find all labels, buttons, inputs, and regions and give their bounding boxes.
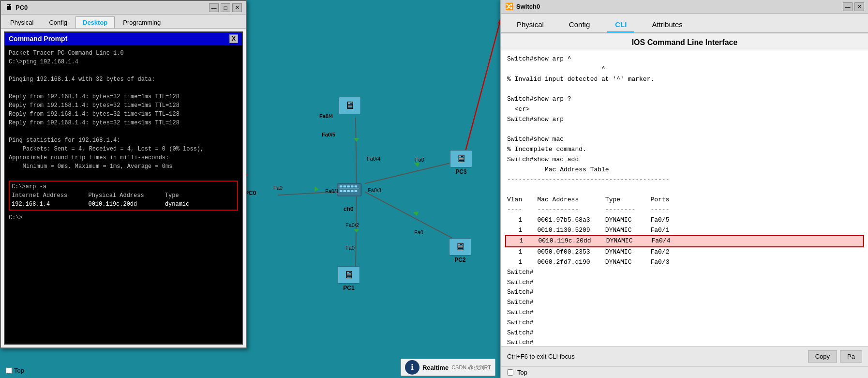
sw-tabs: Physical Config CLI Attributes	[501, 14, 868, 33]
sw-cli-line-9: Switch#show mac	[507, 135, 862, 145]
sw-cli-row5: 1 0060.2fd7.d190 DYNAMIC Fa0/3	[507, 257, 862, 268]
sw-minimize-btn[interactable]: —	[843, 2, 853, 11]
top-checkbox[interactable]: Top	[6, 367, 24, 374]
device-top-center: 🖥	[339, 97, 361, 114]
switch-icon	[337, 183, 362, 197]
pc0-maximize-btn[interactable]: □	[221, 3, 230, 12]
svg-marker-9	[354, 138, 359, 142]
svg-rect-15	[340, 185, 343, 187]
label-fa0-pc3: Fa0	[415, 157, 424, 163]
pc0-title-left: 🖥 PC0	[5, 3, 28, 12]
cmd-reply-3: Reply from 192.168.1.4: bytes=32 time<1m…	[9, 110, 238, 119]
sw-cli-body[interactable]: Switch#show arp ^ ^ % Invalid input dete…	[501, 50, 868, 346]
label-fa0-pc2: Fa0	[414, 229, 423, 235]
pc0-titlebar: 🖥 PC0 — □ ✕	[1, 1, 246, 15]
svg-rect-20	[340, 188, 359, 189]
switch-device	[337, 183, 362, 197]
label-fa0-4-right: Fa0/4	[367, 156, 380, 162]
sw-paste-btn[interactable]: Pa	[840, 350, 862, 363]
sw-title-left: 🔀 Switch0	[505, 2, 540, 11]
sw-cli-prompt8: Switch#	[507, 338, 862, 346]
sw-cli-prompt1: Switch#	[507, 268, 862, 278]
cmd-stats-title: Ping statistics for 192.168.1.4:	[9, 136, 238, 145]
cmd-prompt-end: C:\>	[9, 213, 238, 222]
sw-footer-buttons: Copy Pa	[808, 350, 862, 363]
svg-line-11	[463, 20, 500, 160]
sw-cli-prompt6: Switch#	[507, 318, 862, 328]
top-checkbox-input[interactable]	[6, 367, 12, 374]
sw-tab-physical[interactable]: Physical	[509, 17, 552, 32]
pc0-close-btn[interactable]: ✕	[232, 3, 242, 12]
cmd-title: Command Prompt	[9, 35, 67, 43]
label-ch0: ch0	[344, 206, 354, 212]
sw-cli-line-7: Switch#show arp	[507, 115, 862, 125]
cmd-arp-table: C:\>arp -a Internet Address Physical Add…	[9, 181, 238, 211]
sw-cli-row2: 1 0010.1130.5209 DYNAMIC Fa0/1	[507, 226, 862, 236]
svg-rect-24	[351, 190, 354, 192]
sw-close-btn[interactable]: ✕	[854, 2, 864, 11]
cmd-stats-rtt: Approximate round trip times in milli-se…	[9, 153, 238, 162]
pc0-tabs: Physical Config Desktop Programming	[1, 15, 246, 29]
cmd-close-btn[interactable]: X	[229, 34, 238, 43]
sw-cli-header: Vlan Mac Address Type Ports	[507, 195, 862, 205]
device-pc3: 🖥 PC3	[450, 150, 472, 175]
cmd-stats-time: Minimum = 0ms, Maximum = 1ms, Average = …	[9, 162, 238, 171]
sw-cli-line-4	[507, 84, 862, 94]
pc1-label: PC1	[343, 285, 354, 291]
sw-cli-prompt2: Switch#	[507, 278, 862, 288]
sw-content-title: IOS Command Line Interface	[501, 33, 868, 50]
sw-footer: Ctrl+F6 to exit CLI focus Copy Pa	[501, 346, 868, 366]
command-prompt-window: Command Prompt X Packet Tracer PC Comman…	[4, 31, 243, 345]
sw-footer-text: Ctrl+F6 to exit CLI focus	[507, 353, 575, 360]
svg-rect-21	[340, 190, 343, 192]
sw-device-icon: 🔀	[505, 2, 513, 11]
cmd-titlebar: Command Prompt X	[5, 32, 242, 45]
sw-tab-config[interactable]: Config	[561, 17, 598, 32]
tab-desktop[interactable]: Desktop	[75, 16, 115, 28]
sw-tab-cli[interactable]: CLI	[607, 17, 634, 32]
svg-rect-22	[344, 190, 346, 192]
pc0-minimize-btn[interactable]: —	[209, 3, 219, 12]
tab-physical[interactable]: Physical	[3, 16, 41, 28]
sw-cli-line-2: ^	[507, 64, 862, 75]
pc0-window: 🖥 PC0 — □ ✕ Physical Config Desktop Prog…	[0, 0, 247, 348]
label-fa0-pc1: Fa0	[345, 245, 355, 251]
pc0-title: PC0	[15, 4, 28, 11]
cmd-line-4: Pinging 192.168.1.4 with 32 bytes of dat…	[9, 75, 238, 84]
pc2-label: PC2	[454, 257, 465, 263]
sw-copy-btn[interactable]: Copy	[808, 350, 837, 363]
svg-rect-16	[344, 185, 346, 187]
pc3-label: PC3	[455, 168, 466, 175]
cmd-line-7	[9, 171, 238, 180]
svg-marker-7	[413, 212, 419, 216]
sw-cli-line-10: % Incomplete command.	[507, 145, 862, 155]
sw-cli-line-5: Switch#show arp ?	[507, 94, 862, 105]
top-checkbox-label: Top	[14, 367, 24, 374]
sw-cli-line-1: Switch#show arp ^	[507, 54, 862, 64]
sw-title: Switch0	[516, 3, 540, 10]
cmd-body[interactable]: Packet Tracer PC Command Line 1.0 C:\>pi…	[5, 45, 242, 344]
sw-cli-line-14	[507, 185, 862, 195]
sw-cli-prompt7: Switch#	[507, 328, 862, 338]
cmd-arp-cmd: C:\>arp -a	[12, 182, 235, 191]
pc0-device-icon: 🖥	[5, 3, 13, 12]
cmd-line-5	[9, 84, 238, 92]
label-fa0-1: Fa0/1	[325, 188, 339, 194]
sw-cli-row1: 1 0001.97b5.68a3 DYNAMIC Fa0/5	[507, 215, 862, 226]
sw-cli-prompt3: Switch#	[507, 287, 862, 298]
sw-cli-line-12: Mac Address Table	[507, 165, 862, 175]
sw-top-checkbox[interactable]	[507, 369, 513, 376]
device-pc1: 🖥 PC1	[338, 266, 360, 291]
svg-marker-8	[414, 162, 420, 167]
switch0-window: 🔀 Switch0 — ✕ Physical Config CLI Attrib…	[500, 0, 868, 378]
cmd-line-2: C:\>ping 192.168.1.4	[9, 58, 238, 66]
csdn-label: CSDN @找到RT	[451, 364, 491, 371]
sw-cli-line-8	[507, 125, 862, 135]
sw-titlebar: 🔀 Switch0 — ✕	[501, 0, 868, 14]
sw-cli-prompt5: Switch#	[507, 308, 862, 318]
tab-config[interactable]: Config	[42, 16, 75, 28]
tab-programming[interactable]: Programming	[116, 16, 168, 28]
sw-tab-attributes[interactable]: Attributes	[644, 17, 690, 32]
label-fa0-5: Fa0/5	[322, 132, 335, 137]
cmd-line-3	[9, 66, 238, 75]
